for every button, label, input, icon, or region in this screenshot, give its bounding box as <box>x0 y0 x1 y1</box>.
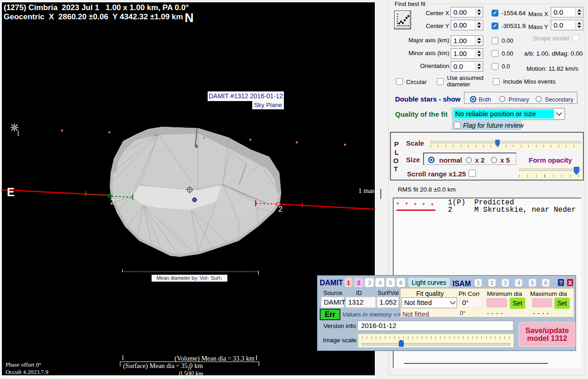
svg-text:s: s <box>195 142 198 149</box>
svg-text:1: 1 <box>17 130 20 137</box>
svg-text:2: 2 <box>110 198 114 206</box>
svg-text:2: 2 <box>278 205 283 213</box>
